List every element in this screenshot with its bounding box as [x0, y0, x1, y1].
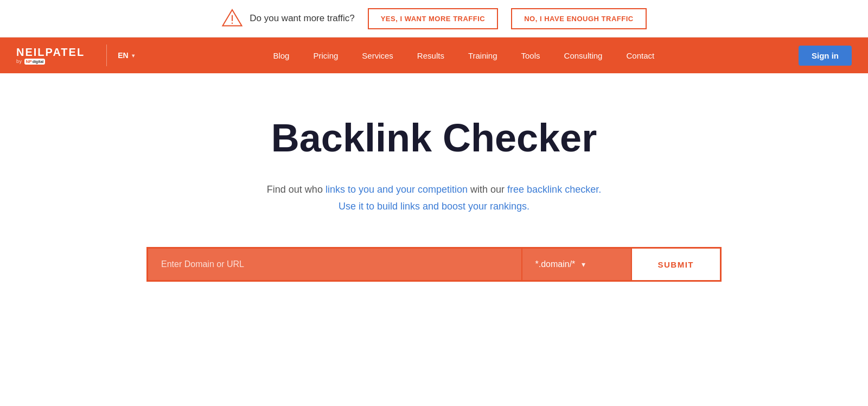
sign-in-button[interactable]: Sign in: [799, 46, 852, 66]
lang-label: EN: [118, 51, 128, 60]
main-content: Backlink Checker Find out who links to y…: [0, 73, 868, 336]
top-banner: Do you want more traffic? YES, I WANT MO…: [0, 0, 868, 37]
domain-input[interactable]: [148, 249, 521, 280]
digital-text: digital: [33, 60, 44, 64]
nav-pricing[interactable]: Pricing: [301, 37, 350, 73]
warning-icon: [221, 8, 243, 29]
page-title: Backlink Checker: [271, 117, 597, 160]
highlight-tool: free backlink checker.: [507, 184, 601, 195]
banner-left: Do you want more traffic?: [221, 8, 354, 29]
main-nav: NEILPATEL by NP digital EN ▾ Blog Pricin…: [0, 37, 868, 73]
banner-question: Do you want more traffic?: [250, 13, 354, 24]
nav-contact[interactable]: Contact: [614, 37, 666, 73]
no-traffic-button[interactable]: NO, I HAVE ENOUGH TRAFFIC: [511, 8, 646, 29]
nav-consulting[interactable]: Consulting: [552, 37, 615, 73]
nav-blog[interactable]: Blog: [261, 37, 301, 73]
nav-services[interactable]: Services: [350, 37, 405, 73]
nav-results[interactable]: Results: [405, 37, 456, 73]
nav-links: Blog Pricing Services Results Training T…: [140, 37, 788, 73]
logo-by: by: [16, 59, 22, 64]
chevron-down-icon: ▾: [132, 53, 135, 59]
logo[interactable]: NEILPATEL by NP digital: [16, 47, 85, 65]
submit-button[interactable]: SUBMIT: [632, 249, 720, 280]
np-text: NP: [26, 59, 32, 64]
nav-divider: [106, 45, 107, 66]
nav-tools[interactable]: Tools: [509, 37, 552, 73]
hero-subtitle: Find out who links to you and your compe…: [267, 181, 601, 214]
domain-type-selector[interactable]: *.domain/* ▾: [522, 249, 631, 280]
highlight-links: links to you and your competition: [326, 184, 468, 195]
subtitle-line1: Find out who links to you and your compe…: [267, 184, 601, 195]
svg-point-1: [232, 23, 233, 24]
subtitle-line2: Use it to build links and boost your ran…: [339, 201, 529, 212]
nav-training[interactable]: Training: [456, 37, 509, 73]
yes-traffic-button[interactable]: YES, I WANT MORE TRAFFIC: [368, 8, 499, 29]
domain-option-label: *.domain/*: [535, 259, 576, 269]
np-badge: NP digital: [24, 59, 46, 65]
language-selector[interactable]: EN ▾: [118, 51, 134, 60]
domain-chevron-icon: ▾: [582, 260, 585, 269]
highlight-boost: Use it to build links and boost your ran…: [339, 201, 529, 212]
logo-np-digital: by NP digital: [16, 59, 45, 65]
search-bar: *.domain/* ▾ SUBMIT: [146, 247, 722, 282]
logo-brand: NEILPATEL: [16, 47, 85, 58]
